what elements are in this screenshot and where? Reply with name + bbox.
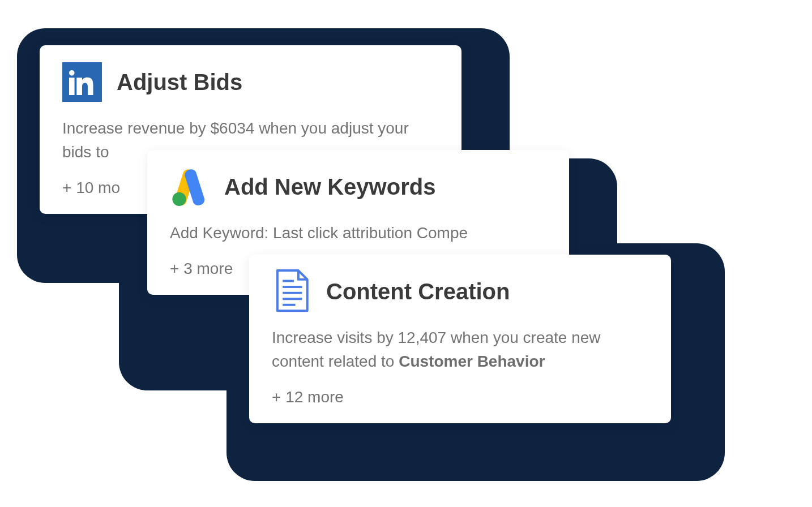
card-header: Add New Keywords xyxy=(170,167,546,207)
card-more-link[interactable]: + 12 more xyxy=(272,388,648,406)
card-header: Adjust Bids xyxy=(62,62,439,102)
svg-point-0 xyxy=(172,192,186,206)
card-title: Adjust Bids xyxy=(117,70,242,95)
document-icon xyxy=(272,272,311,311)
linkedin-icon xyxy=(62,62,102,102)
card-title: Content Creation xyxy=(326,279,510,304)
card-description-bold: Customer Behavior xyxy=(399,353,545,370)
card-description: Add Keyword: Last click attribution Comp… xyxy=(170,221,546,245)
card-description: Increase visits by 12,407 when you creat… xyxy=(272,326,648,373)
google-ads-icon xyxy=(170,167,210,207)
card-title: Add New Keywords xyxy=(224,174,435,200)
card-content-creation[interactable]: Content Creation Increase visits by 12,4… xyxy=(249,255,671,423)
card-description-text: Add Keyword: Last click attribution Comp… xyxy=(170,224,468,242)
card-header: Content Creation xyxy=(272,272,648,311)
